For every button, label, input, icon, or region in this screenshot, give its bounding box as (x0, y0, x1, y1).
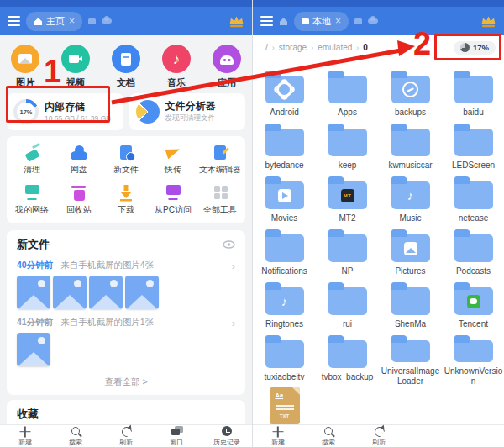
category-icon (213, 45, 241, 73)
file-grid-item[interactable]: UniversalImageLoader (379, 333, 442, 386)
image-thumbnail[interactable] (53, 276, 87, 309)
breadcrumb-segment[interactable]: emulated (318, 43, 352, 52)
category-item[interactable]: 文档 (101, 45, 151, 89)
app-header: 本地 × (253, 7, 504, 35)
file-overlay-icon (328, 129, 367, 156)
menu-icon[interactable] (260, 13, 273, 29)
file-grid-item[interactable]: Music (379, 174, 442, 227)
new-files-group-row[interactable]: 41分钟前 来自手机截屏的图片1张 › (17, 317, 235, 329)
category-icon (61, 45, 90, 73)
file-grid-item[interactable]: bytedance (253, 121, 316, 174)
file-overlay-icon (328, 181, 367, 209)
home-tab-icon[interactable] (279, 17, 288, 26)
toolbar-label: 新建 (271, 438, 285, 447)
file-overlay-icon (391, 287, 430, 315)
tab-close-icon[interactable]: × (335, 16, 341, 26)
file-name: Apps (338, 108, 357, 118)
tool-item[interactable]: 下载 (102, 182, 150, 216)
tool-label: 快传 (165, 164, 181, 176)
image-thumbnail[interactable] (17, 276, 50, 309)
file-grid-item[interactable]: ShenMa (379, 280, 442, 333)
file-grid-item[interactable]: Podcasts (442, 227, 504, 280)
toolbar-button[interactable]: 窗口 (151, 425, 202, 447)
file-grid-item[interactable]: Tencent (442, 280, 504, 333)
tool-icon (68, 182, 90, 202)
file-grid-item[interactable]: LEDScreen (442, 121, 504, 174)
cloud-tab-icon[interactable] (368, 18, 378, 24)
file-grid-item[interactable]: Notifications (253, 227, 316, 280)
file-grid-item[interactable]: Apps (316, 68, 379, 121)
toolbar-button[interactable]: 刷新 (101, 425, 151, 447)
menu-icon[interactable] (8, 13, 20, 29)
breadcrumb-segment[interactable]: 0 (363, 43, 368, 52)
tool-icon (21, 142, 43, 162)
breadcrumb-segment[interactable]: / (265, 43, 268, 52)
tab-local[interactable]: 本地 × (294, 12, 349, 31)
toolbar-button[interactable]: 历史记录 (202, 425, 252, 447)
toolbar-button[interactable]: 刷新 (354, 425, 404, 447)
breadcrumb-separator: › (356, 44, 359, 52)
premium-crown-icon[interactable] (480, 15, 496, 28)
summary-cards-row: 17% 内部存储 10.65 GB / 61.39 GB 文件分析器 发现可清理… (7, 93, 245, 130)
file-grid-item[interactable]: tuxiaobeitv (253, 333, 316, 386)
file-overlay-icon (265, 181, 304, 209)
file-icon (265, 234, 304, 262)
tool-item[interactable]: 新文件 (102, 142, 150, 176)
storage-usage-badge[interactable]: 17% (454, 41, 496, 55)
tool-item[interactable]: 全部工具 (197, 182, 244, 216)
file-grid-item[interactable]: UnknownVersion (442, 333, 504, 386)
file-analyzer-card[interactable]: 文件分析器 发现可清理文件 (129, 93, 246, 130)
tool-item[interactable]: 文本编辑器 (197, 142, 244, 176)
file-grid-item[interactable]: tvbox_backup (316, 333, 379, 386)
file-name: UnknownVersion (443, 366, 504, 386)
file-grid-item[interactable]: rui (316, 280, 379, 333)
image-thumbnail[interactable] (17, 333, 50, 366)
window-tab-icon[interactable] (354, 18, 362, 24)
tool-item[interactable]: 网盘 (55, 142, 102, 176)
breadcrumb-segment[interactable]: storage (279, 43, 307, 52)
file-grid-item[interactable]: Movies (253, 174, 316, 227)
file-grid-item[interactable]: backups (379, 68, 442, 121)
toolbar-button[interactable]: 搜索 (303, 425, 354, 447)
file-grid-item[interactable]: baidu (442, 68, 504, 121)
toolbar-label: 搜索 (322, 438, 335, 447)
file-grid-item[interactable]: kwmusiccar (379, 121, 442, 174)
file-grid-item[interactable]: MT2 (316, 174, 379, 227)
storage-usage: 10.65 GB / 61.39 GB (45, 114, 111, 123)
toolbar-button[interactable]: 搜索 (50, 425, 101, 447)
file-grid-item[interactable]: keep (316, 121, 379, 174)
file-icon (454, 234, 493, 262)
app-header: 主页 × (0, 7, 252, 35)
tab-close-icon[interactable]: × (69, 16, 75, 26)
file-grid-item[interactable]: Android (253, 68, 316, 121)
file-grid-item[interactable]: Ringtones (253, 280, 316, 333)
toolbar-button[interactable]: 新建 (0, 425, 50, 447)
tool-item[interactable]: 快传 (150, 142, 197, 176)
tool-item[interactable]: 从PC访问 (150, 182, 197, 216)
toolbar-button[interactable]: 新建 (253, 425, 303, 447)
category-item[interactable]: 图片 (0, 45, 50, 89)
category-item[interactable]: 应用 (202, 45, 252, 89)
file-grid-item[interactable]: NP (316, 227, 379, 280)
file-overlay-icon (391, 181, 430, 209)
new-files-group-row[interactable]: 40分钟前 来自手机截屏的图片4张 › (17, 260, 235, 271)
eye-icon[interactable] (223, 240, 235, 249)
tool-item[interactable]: 回收站 (55, 182, 102, 216)
tool-item[interactable]: 清理 (8, 142, 55, 176)
premium-crown-icon[interactable] (228, 15, 244, 28)
category-icon (112, 45, 140, 73)
window-tab-icon[interactable] (88, 18, 96, 24)
category-item[interactable]: 音乐 (151, 45, 202, 89)
tab-home[interactable]: 主页 × (26, 12, 82, 31)
category-item[interactable]: 视频 (50, 45, 101, 89)
image-thumbnail[interactable] (89, 276, 123, 309)
tool-item[interactable]: 我的网络 (8, 182, 55, 216)
image-thumbnail[interactable] (125, 276, 159, 309)
status-bar (0, 0, 252, 7)
file-grid-item[interactable]: netease (442, 174, 504, 227)
view-all-link[interactable]: 查看全部 > (17, 376, 235, 388)
tool-label: 下载 (118, 204, 134, 216)
internal-storage-card[interactable]: 17% 内部存储 10.65 GB / 61.39 GB (7, 93, 123, 130)
cloud-tab-icon[interactable] (102, 18, 112, 24)
file-grid-item[interactable]: Pictures (379, 227, 442, 280)
